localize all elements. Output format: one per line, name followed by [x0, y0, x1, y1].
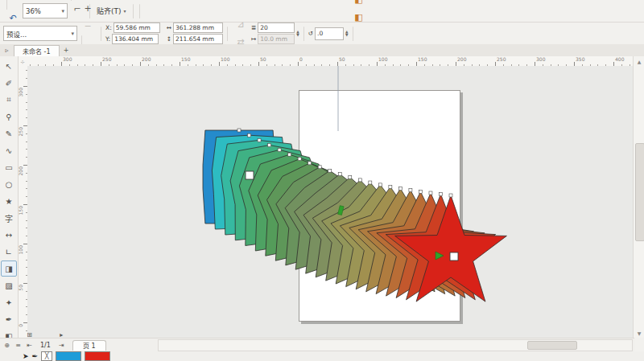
y-position-field[interactable]: 136.404 mm	[112, 34, 159, 44]
no-fill-swatch	[41, 351, 52, 361]
toolbar-separator	[227, 27, 228, 41]
chevron-down-icon: ▾	[71, 31, 74, 37]
toolbar-separator	[101, 27, 101, 41]
page-nav-button[interactable]: ⇥	[56, 340, 67, 351]
toolbox-overflow-icon[interactable]: ≡	[13, 340, 23, 351]
page-control-bar: ⊕ ≡ ⊞⇤◂ 1/1 ▸⇥⊞ 页 1	[0, 338, 634, 351]
tool-button[interactable]: ○	[1, 176, 17, 192]
scroll-down-icon[interactable]: ▼	[634, 328, 644, 338]
tool-button[interactable]: ✦	[1, 294, 17, 310]
tool-button[interactable]: ★	[1, 193, 17, 209]
object-position-group: X:59.586 mm Y:136.404 mm	[105, 23, 160, 44]
zoom-level-combo[interactable]: 36% ▾	[23, 3, 68, 18]
blend-steps-icon: ≣	[251, 24, 256, 31]
cursor-status-icon: ➤	[23, 352, 29, 360]
toolbar-separator	[133, 4, 134, 18]
tab-scroll-icon[interactable]: ▹	[2, 45, 12, 55]
property-bar: 预设... ▾ +−⊞ X:59.586 mm Y:136.404 mm ↔36…	[0, 23, 644, 45]
preset-value: 预设...	[6, 29, 27, 39]
page-indicator: 1/1	[35, 342, 56, 349]
tool-button[interactable]: ↔	[1, 227, 17, 243]
object-height-field[interactable]: 211.654 mm	[173, 34, 223, 44]
toolbar-icon[interactable]	[139, 4, 140, 18]
zoom-level-value: 36%	[26, 7, 41, 15]
tool-button[interactable]: ✎	[1, 125, 17, 142]
blend-spacing-icon: ↦	[251, 35, 256, 43]
blend-preset-combo[interactable]: 预设... ▾	[3, 26, 77, 41]
page-nav-button[interactable]: ⇤	[24, 340, 35, 351]
drawing-canvas[interactable]	[27, 66, 633, 338]
x-label: X:	[105, 24, 112, 31]
tool-button[interactable]: ↖	[1, 58, 17, 74]
status-bar: ➤ ✒	[0, 351, 644, 361]
tool-button[interactable]: ▨	[1, 277, 17, 293]
tool-button[interactable]: ∟	[1, 244, 17, 260]
blend-direction-icon: ↺	[308, 30, 313, 37]
chevron-down-icon: ▾	[61, 8, 64, 14]
outline-pen-status-icon: ✒	[32, 352, 39, 360]
blend-direction-field[interactable]: .0	[315, 27, 344, 40]
new-document-tab-button[interactable]: +	[61, 45, 72, 55]
tool-button[interactable]: ✒	[1, 311, 17, 327]
tool-button[interactable]: ▭	[1, 159, 17, 175]
angle-spinner[interactable]: ▲▼	[345, 31, 348, 37]
tool-button[interactable]: ⌗	[1, 92, 17, 108]
propbar-icon[interactable]: −	[79, 18, 97, 35]
steps-spinner[interactable]: ▲▼	[296, 31, 299, 37]
propbar-icon[interactable]	[353, 27, 353, 41]
scroll-up-icon[interactable]: ▲	[634, 56, 644, 66]
document-tab[interactable]: 未命名 -1	[14, 45, 60, 56]
page-nav-button[interactable]: ▸	[56, 330, 67, 340]
width-icon: ↔	[167, 24, 171, 31]
chevron-down-icon: ▾	[124, 8, 126, 14]
toolbox: ↖✐⌗⚲✎∿▭○★字↔∟◨▨✦✒◧◩	[0, 56, 19, 339]
toolbar-icon[interactable]: ≣	[137, 0, 155, 4]
tool-button[interactable]: ✐	[1, 75, 17, 91]
standard-toolbar: ❏❐❑▤✂❒▣↶▾↷▾▆⇩⇧❒ 36% ▾ ✛⌐▦✜ 贴齐(T) ▾ ▩≣◈▾	[0, 0, 644, 23]
object-width-field[interactable]: 361.288 mm	[173, 23, 223, 33]
blend-steps-field[interactable]: 20	[258, 23, 295, 33]
tool-button[interactable]: 字	[1, 210, 17, 226]
vertical-scrollbar[interactable]: ▲ ▼	[633, 56, 644, 338]
x-position-field[interactable]: 59.586 mm	[114, 23, 160, 33]
toolbar-icon[interactable]	[6, 0, 7, 10]
document-tab-bar: ▹ 未命名 -1 +	[0, 44, 644, 57]
toolbar-separator	[303, 27, 304, 41]
customize-toolbox-button[interactable]: ⊕	[2, 340, 12, 351]
propbar-icon[interactable]: ◧	[350, 0, 368, 9]
fill-color-swatch-blue	[56, 351, 81, 361]
drawing-area	[27, 66, 633, 338]
y-label: Y:	[105, 35, 110, 43]
vertical-scroll-thumb[interactable]	[635, 143, 644, 241]
tool-button[interactable]: ⚲	[1, 109, 17, 125]
horizontal-scrollbar[interactable]	[158, 339, 633, 351]
page-nav-button[interactable]: ⊞	[24, 330, 35, 340]
blend-spacing-field: 10.0 mm	[258, 34, 295, 44]
object-size-group: ↔361.288 mm ↕211.654 mm	[167, 23, 223, 44]
height-icon: ↕	[167, 35, 171, 43]
tool-button[interactable]: ∿	[1, 142, 17, 158]
horizontal-scroll-thumb[interactable]	[527, 341, 577, 350]
fill-color-swatch-red	[85, 351, 110, 361]
propbar-icon[interactable]: ◧	[350, 9, 368, 27]
page-tab[interactable]: 页 1	[72, 340, 106, 351]
propbar-icon[interactable]: +	[79, 0, 97, 18]
blend-steps-group: ≣20 ↦10.0 mm	[251, 23, 295, 44]
propbar-icon[interactable]: ⊿	[232, 16, 250, 34]
tool-button[interactable]: ◨	[1, 260, 17, 277]
snap-to-dropdown[interactable]: 贴齐(T) ▾	[93, 3, 130, 19]
